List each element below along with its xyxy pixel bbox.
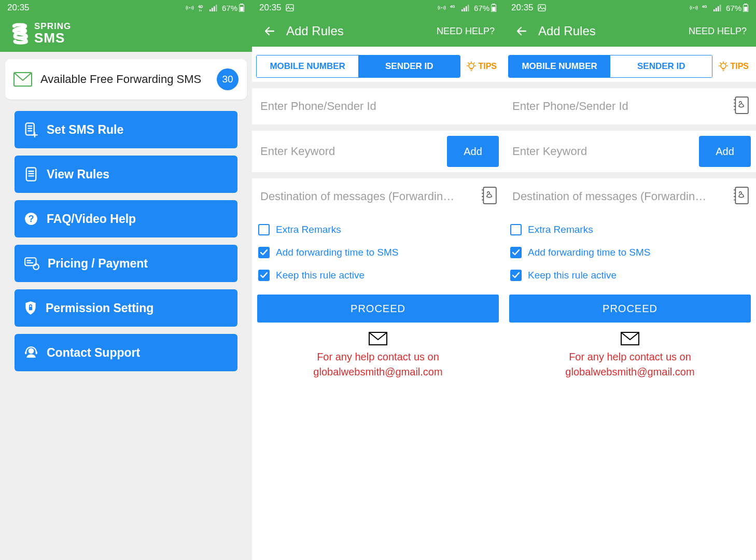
- pick-contact-button[interactable]: [733, 187, 749, 206]
- svg-rect-16: [29, 307, 32, 310]
- app-brand-header: SPRING SMS: [0, 16, 252, 52]
- svg-rect-47: [735, 187, 748, 204]
- svg-point-0: [189, 7, 190, 8]
- svg-point-36: [693, 7, 694, 8]
- svg-rect-4: [214, 6, 215, 11]
- svg-point-17: [29, 348, 34, 354]
- menu-view-rules[interactable]: View Rules: [15, 156, 237, 193]
- svg-rect-20: [286, 5, 293, 11]
- contact-book-icon: [481, 187, 497, 204]
- battery-indicator: 67%: [726, 4, 749, 12]
- checkbox-checked-icon: [258, 247, 270, 258]
- svg-rect-26: [466, 6, 467, 11]
- svg-rect-44: [744, 7, 747, 11]
- tab-sender-id[interactable]: SENDER ID: [610, 55, 712, 77]
- svg-rect-30: [492, 7, 495, 11]
- signal-icon: [713, 4, 722, 11]
- svg-text:4G: 4G: [450, 5, 455, 8]
- appbar-title: Add Rules: [538, 24, 689, 38]
- menu-pricing[interactable]: Pricing / Payment: [15, 245, 237, 282]
- checkbox-checked-icon: [258, 270, 270, 281]
- proceed-button[interactable]: PROCEED: [509, 295, 751, 323]
- keyword-input[interactable]: [509, 136, 694, 167]
- menu-label: FAQ/Video Help: [47, 212, 136, 226]
- app-bar: Add Rules NEED HELP?: [504, 16, 756, 47]
- rule-type-tabs: MOBILE NUMBER SENDER ID: [508, 55, 712, 78]
- check-extra-remarks[interactable]: Extra Remarks: [258, 224, 498, 235]
- check-forward-time[interactable]: Add forwarding time to SMS: [510, 247, 750, 258]
- svg-rect-24: [461, 9, 463, 11]
- check-extra-remarks[interactable]: Extra Remarks: [510, 224, 750, 235]
- svg-rect-38: [713, 9, 715, 11]
- need-help-link[interactable]: NEED HELP?: [437, 26, 495, 37]
- headset-icon: [24, 345, 38, 360]
- screen-add-rules-mobile: 20:35 4G 67% Add Rules NEED HELP? MOBILE…: [252, 0, 504, 560]
- pick-contact-button[interactable]: [733, 96, 749, 116]
- forwarding-quota-card[interactable]: Available Free Forwarding SMS 30: [5, 59, 247, 100]
- svg-rect-3: [212, 8, 213, 11]
- data-4g-icon: 4G: [198, 4, 205, 11]
- shield-lock-icon: [24, 300, 37, 316]
- menu-contact[interactable]: Contact Support: [15, 334, 237, 371]
- destination-input[interactable]: [509, 178, 751, 215]
- svg-rect-25: [464, 8, 465, 11]
- tab-mobile-number[interactable]: MOBILE NUMBER: [509, 55, 610, 77]
- mail-icon: [369, 332, 387, 345]
- svg-point-45: [721, 63, 726, 68]
- menu-set-sms-rule[interactable]: Set SMS Rule: [15, 111, 237, 148]
- menu-faq[interactable]: ? FAQ/Video Help: [15, 200, 237, 237]
- document-icon: [24, 166, 38, 182]
- status-bar: 20:35 4G 67%: [504, 0, 756, 16]
- check-forward-time[interactable]: Add forwarding time to SMS: [258, 247, 498, 258]
- svg-point-35: [540, 6, 541, 7]
- checkbox-icon: [258, 224, 270, 235]
- back-button[interactable]: [261, 23, 278, 39]
- add-keyword-button[interactable]: Add: [447, 136, 499, 167]
- svg-rect-40: [718, 6, 719, 11]
- need-help-link[interactable]: NEED HELP?: [689, 26, 747, 37]
- svg-rect-10: [26, 123, 34, 135]
- hotspot-icon: [186, 4, 194, 11]
- brand-line2: SMS: [34, 31, 71, 45]
- add-keyword-button[interactable]: Add: [699, 136, 751, 167]
- svg-text:?: ?: [28, 213, 34, 224]
- svg-rect-41: [720, 5, 721, 11]
- signal-icon: [461, 4, 470, 11]
- svg-point-22: [441, 7, 442, 8]
- rule-type-tabs: MOBILE NUMBER SENDER ID: [256, 55, 460, 78]
- menu-permission[interactable]: Permission Setting: [15, 289, 237, 327]
- payment-icon: [24, 257, 39, 270]
- svg-point-21: [288, 6, 289, 7]
- pick-contact-button[interactable]: [481, 187, 497, 206]
- bulb-icon: [467, 61, 476, 72]
- image-icon: [538, 4, 546, 11]
- menu-label: View Rules: [47, 167, 109, 181]
- tab-sender-id[interactable]: SENDER ID: [358, 55, 460, 77]
- spring-sms-logo-icon: [9, 22, 30, 45]
- contact-book-icon: [733, 187, 749, 204]
- data-4g-icon: 4G: [702, 4, 709, 11]
- battery-indicator: 67%: [222, 4, 245, 12]
- tab-mobile-number[interactable]: MOBILE NUMBER: [257, 55, 358, 77]
- phone-sender-input[interactable]: [257, 88, 499, 124]
- destination-input[interactable]: [257, 178, 499, 215]
- tips-button[interactable]: TIPS: [464, 61, 500, 72]
- check-keep-active[interactable]: Keep this rule active: [258, 270, 498, 281]
- proceed-button[interactable]: PROCEED: [257, 295, 499, 323]
- svg-rect-2: [209, 9, 211, 11]
- check-keep-active[interactable]: Keep this rule active: [510, 270, 750, 281]
- keyword-input[interactable]: [257, 136, 442, 167]
- svg-rect-18: [25, 352, 26, 354]
- contact-book-icon: [733, 96, 749, 114]
- menu-label: Pricing / Payment: [48, 257, 148, 271]
- tips-button[interactable]: TIPS: [716, 61, 752, 72]
- back-button[interactable]: [513, 23, 530, 39]
- hotspot-icon: [690, 4, 698, 11]
- svg-text:4G: 4G: [198, 5, 203, 8]
- data-4g-icon: 4G: [450, 4, 457, 11]
- bulb-icon: [719, 61, 728, 72]
- status-bar: 20:35 4G 67%: [0, 0, 252, 16]
- svg-rect-5: [216, 5, 217, 11]
- card-text: Available Free Forwarding SMS: [40, 72, 208, 87]
- phone-sender-input[interactable]: [509, 88, 751, 124]
